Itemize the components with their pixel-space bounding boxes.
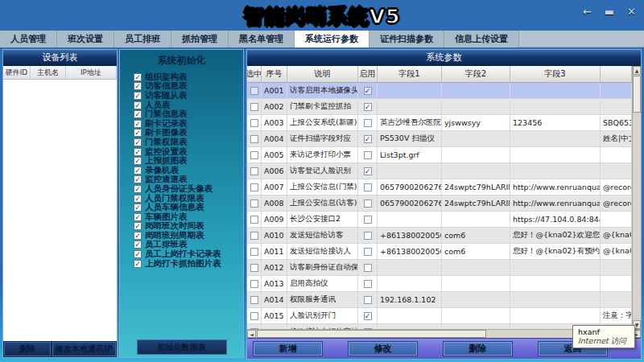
tab-2[interactable]: 班次设置 bbox=[57, 31, 114, 47]
row-enabled-cell[interactable]: ✓ bbox=[358, 131, 378, 146]
row-enabled-cell[interactable] bbox=[358, 179, 378, 195]
row-select-cell[interactable] bbox=[247, 83, 262, 98]
row-select-cell[interactable] bbox=[247, 147, 262, 162]
row-select-checkbox-icon[interactable] bbox=[250, 119, 258, 127]
checkbox-icon[interactable]: ✓ bbox=[134, 204, 142, 212]
table-row[interactable]: A014权限服务通讯192.168.1.102 bbox=[247, 292, 632, 308]
row-enabled-cell[interactable] bbox=[358, 292, 378, 307]
enabled-checkbox-icon[interactable] bbox=[364, 232, 372, 240]
enabled-checkbox-icon[interactable] bbox=[364, 183, 372, 191]
row-select-cell[interactable] bbox=[247, 292, 262, 307]
init-table-item[interactable]: ✓人员表 bbox=[134, 101, 243, 110]
row-enabled-cell[interactable] bbox=[358, 276, 378, 291]
table-row[interactable]: A007上报公安信息(门禁)06579002062764224swptc79hL… bbox=[247, 179, 632, 195]
row-select-checkbox-icon[interactable] bbox=[250, 135, 258, 143]
enabled-checkbox-icon[interactable]: ✓ bbox=[364, 167, 372, 175]
row-select-checkbox-icon[interactable] bbox=[250, 232, 258, 240]
checkbox-icon[interactable]: ✓ bbox=[134, 73, 142, 81]
row-select-checkbox-icon[interactable] bbox=[250, 216, 258, 224]
table-row[interactable]: A011发送短信给接访人+8613800200500com6您好！@{kna02… bbox=[247, 244, 632, 260]
back-icon[interactable]: ← bbox=[583, 6, 592, 18]
table-row[interactable]: A009长沙公安接口2https://47.104.0.84:8443/crp bbox=[247, 212, 632, 228]
table-row[interactable]: A010发送短信给访客+8613800200500com6您好！@{kna02}… bbox=[247, 228, 632, 244]
checkbox-icon[interactable]: ✓ bbox=[134, 148, 142, 156]
device-button-1[interactable]: 删除 bbox=[4, 342, 51, 356]
tab-4[interactable]: 抓拍管理 bbox=[171, 31, 229, 47]
init-table-item[interactable]: ✓监控通道表 bbox=[134, 175, 243, 185]
checkbox-icon[interactable]: ✓ bbox=[134, 120, 142, 128]
checkbox-icon[interactable]: ✓ bbox=[134, 232, 142, 240]
row-enabled-cell[interactable] bbox=[358, 115, 378, 130]
init-table-item[interactable]: ✓组织架构表 bbox=[134, 72, 243, 82]
enabled-checkbox-icon[interactable] bbox=[364, 216, 372, 224]
checkbox-icon[interactable]: ✓ bbox=[134, 101, 142, 109]
init-table-item[interactable]: ✓访客信息表 bbox=[134, 82, 243, 92]
init-table-item[interactable]: ✓访客随从表 bbox=[134, 91, 243, 101]
delete-button[interactable]: 删除 bbox=[443, 341, 513, 356]
checkbox-icon[interactable]: ✓ bbox=[134, 157, 142, 165]
tab-5[interactable]: 黑名单管理 bbox=[229, 31, 295, 47]
enabled-checkbox-icon[interactable]: ✓ bbox=[364, 103, 372, 111]
init-table-item[interactable]: ✓上岗打卡抓拍图片表 bbox=[134, 259, 243, 269]
init-table-item[interactable]: ✓门禁权限表 bbox=[134, 138, 243, 147]
checkbox-icon[interactable]: ✓ bbox=[134, 241, 142, 249]
scroll-up-icon[interactable]: ▲ bbox=[633, 66, 641, 75]
init-table-item[interactable]: ✓刷卡图像表 bbox=[134, 129, 243, 138]
enabled-checkbox-icon[interactable] bbox=[364, 151, 372, 159]
checkbox-icon[interactable]: ✓ bbox=[134, 82, 142, 90]
row-select-cell[interactable] bbox=[247, 99, 262, 114]
checkbox-icon[interactable]: ✓ bbox=[134, 138, 142, 146]
init-table-item[interactable]: ✓上报抓图表 bbox=[134, 156, 243, 166]
horizontal-scroll-thumb[interactable] bbox=[257, 330, 486, 338]
row-enabled-cell[interactable]: ✓ bbox=[358, 83, 378, 98]
enabled-checkbox-icon[interactable] bbox=[364, 264, 372, 272]
init-table-item[interactable]: ✓录像机表 bbox=[134, 166, 243, 175]
table-row[interactable]: A012访客刷身份证自动保存 bbox=[247, 260, 632, 276]
table-row[interactable]: A002门禁刷卡监控抓拍✓ bbox=[247, 99, 632, 115]
row-select-checkbox-icon[interactable] bbox=[250, 200, 258, 208]
row-enabled-cell[interactable]: ✓ bbox=[358, 308, 378, 323]
enabled-checkbox-icon[interactable]: ✓ bbox=[364, 312, 372, 320]
enabled-checkbox-icon[interactable]: ✓ bbox=[364, 87, 372, 95]
row-select-checkbox-icon[interactable] bbox=[250, 296, 258, 304]
tab-3[interactable]: 员工排班 bbox=[114, 31, 171, 47]
row-select-checkbox-icon[interactable] bbox=[250, 87, 258, 95]
enabled-checkbox-icon[interactable]: ✓ bbox=[364, 135, 372, 143]
table-row[interactable]: A001访客启用本地摄像头抓拍✓ bbox=[247, 83, 632, 99]
row-select-checkbox-icon[interactable] bbox=[250, 280, 258, 288]
tab-8[interactable]: 信息上传设置 bbox=[444, 31, 519, 47]
row-select-cell[interactable] bbox=[247, 260, 262, 275]
init-table-item[interactable]: ✓员工上岗打卡记录表 bbox=[134, 249, 243, 259]
row-select-cell[interactable] bbox=[247, 131, 262, 146]
table-row[interactable]: A004证件扫描字段对应✓PS530V 扫描仪姓名|中文姓名,... bbox=[247, 131, 632, 147]
enabled-checkbox-icon[interactable] bbox=[364, 280, 372, 288]
table-row[interactable]: A003上报公安系统(新疆)英吉沙维吾尔医院yjswwsyy123456SBQ6… bbox=[247, 115, 632, 131]
close-icon[interactable]: ✕ bbox=[627, 6, 636, 18]
modify-button[interactable]: 修改 bbox=[348, 341, 418, 356]
row-select-checkbox-icon[interactable] bbox=[250, 264, 258, 272]
checkbox-icon[interactable]: ✓ bbox=[134, 195, 142, 203]
init-table-item[interactable]: ✓人员门禁权限表 bbox=[134, 194, 243, 204]
init-tables-button[interactable]: 初始化数据表 bbox=[137, 339, 227, 355]
minimize-icon[interactable]: ▬ bbox=[605, 6, 614, 18]
row-select-cell[interactable] bbox=[247, 308, 262, 323]
row-select-checkbox-icon[interactable] bbox=[250, 167, 258, 175]
row-enabled-cell[interactable] bbox=[358, 244, 378, 259]
row-select-cell[interactable] bbox=[247, 163, 262, 179]
device-list-body[interactable] bbox=[3, 80, 117, 341]
row-enabled-cell[interactable]: ✓ bbox=[358, 163, 378, 179]
row-select-cell[interactable] bbox=[247, 179, 262, 195]
row-select-checkbox-icon[interactable] bbox=[250, 248, 258, 256]
init-table-item[interactable]: ✓人员车辆信息表 bbox=[134, 203, 243, 212]
checkbox-icon[interactable]: ✓ bbox=[134, 185, 142, 193]
init-table-item[interactable]: ✓刷卡记录表 bbox=[134, 119, 243, 129]
row-select-cell[interactable] bbox=[247, 115, 262, 130]
init-table-item[interactable]: ✓人员身份证头像表 bbox=[134, 184, 243, 194]
row-select-cell[interactable] bbox=[247, 195, 262, 211]
tab-6[interactable]: 系统运行参数 bbox=[295, 31, 369, 47]
table-row[interactable]: A005来访记录打印小票List3pt.grf bbox=[247, 147, 632, 163]
row-enabled-cell[interactable]: ✓ bbox=[358, 99, 378, 114]
checkbox-icon[interactable]: ✓ bbox=[134, 260, 142, 268]
vertical-scrollbar[interactable]: ▲ ▼ bbox=[632, 66, 641, 329]
init-table-item[interactable]: ✓岗哨班次时间表 bbox=[134, 222, 243, 232]
